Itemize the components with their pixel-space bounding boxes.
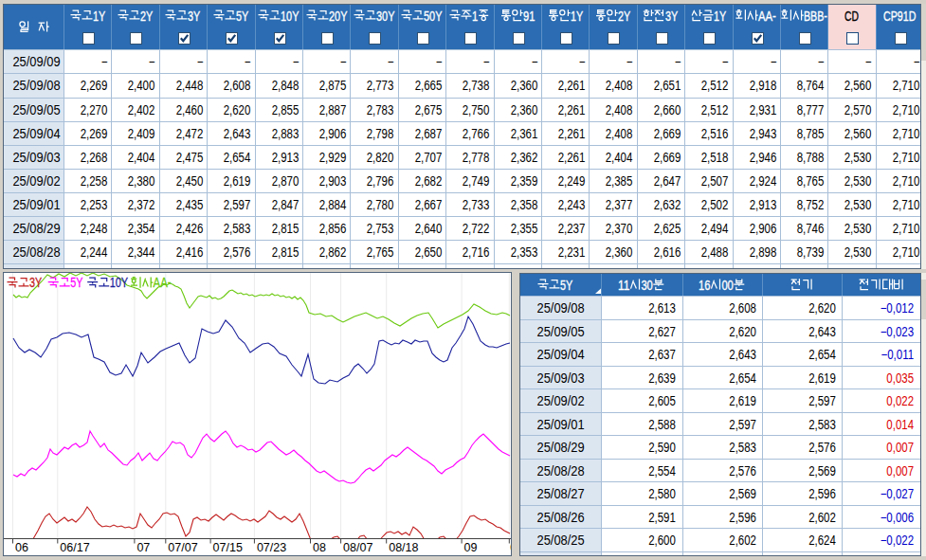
svg-text:08/07: 08/07 [343, 541, 372, 554]
svg-text:11: 11 [618, 279, 629, 291]
svg-text:AA-: AA- [154, 275, 172, 290]
svg-text:5Y: 5Y [560, 279, 572, 291]
svg-text:AA-: AA- [758, 9, 776, 22]
svg-text:3Y: 3Y [665, 9, 678, 22]
svg-text:1Y: 1Y [571, 9, 583, 22]
svg-text:1Y: 1Y [93, 9, 105, 22]
svg-text:07/15: 07/15 [213, 541, 243, 554]
svg-text:91: 91 [523, 9, 535, 22]
svg-text:5Y: 5Y [70, 275, 82, 290]
svg-text:1Y: 1Y [714, 9, 726, 22]
svg-text:07/23: 07/23 [257, 541, 286, 554]
svg-text:06: 06 [15, 541, 28, 554]
svg-text:2Y: 2Y [618, 9, 630, 22]
svg-text:30: 30 [642, 279, 653, 291]
svg-text:1: 1 [472, 9, 478, 22]
svg-text:20Y: 20Y [329, 9, 348, 22]
svg-text:08/18: 08/18 [389, 541, 418, 554]
svg-text:50Y: 50Y [424, 9, 443, 22]
svg-text:3Y: 3Y [188, 9, 200, 22]
svg-text:10Y: 10Y [281, 9, 300, 22]
svg-text:BBB-: BBB- [804, 9, 827, 22]
svg-text:3Y: 3Y [29, 275, 42, 290]
svg-text:06/17: 06/17 [60, 541, 89, 554]
svg-text:09: 09 [464, 541, 478, 554]
svg-text:08: 08 [313, 541, 326, 554]
svg-text:07: 07 [136, 541, 150, 554]
svg-text:CP91D: CP91D [883, 9, 916, 22]
svg-text:10Y: 10Y [110, 275, 129, 290]
svg-text:2Y: 2Y [140, 9, 153, 22]
svg-text:0: 0 [510, 541, 511, 554]
svg-text:30Y: 30Y [376, 9, 395, 22]
svg-text:00: 00 [722, 279, 734, 291]
svg-text:5Y: 5Y [236, 9, 248, 22]
svg-text:CD: CD [844, 9, 859, 22]
svg-text:07/07: 07/07 [168, 541, 197, 554]
svg-text:16: 16 [699, 279, 710, 291]
